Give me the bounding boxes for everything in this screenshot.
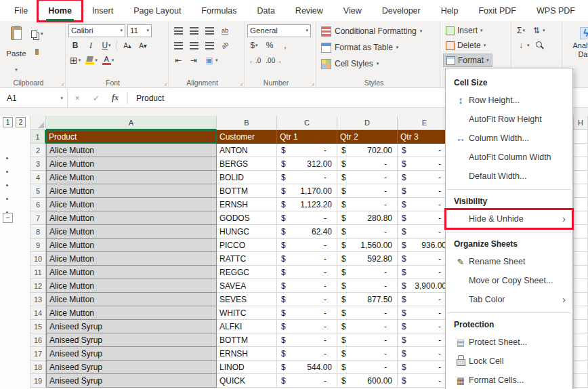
cell-A8[interactable]: Alice Mutton — [46, 225, 217, 239]
menu-item-tab-color[interactable]: Tab Color› — [446, 290, 572, 309]
cell-B5[interactable]: BOTTM — [217, 184, 277, 198]
cell-B7[interactable]: GODOS — [217, 211, 277, 225]
cell-E9[interactable]: $936.00 — [398, 239, 452, 252]
comma-style-button[interactable]: , — [278, 39, 292, 52]
cell-B14[interactable]: WHITC — [217, 306, 277, 320]
cell-E13[interactable]: $- — [398, 293, 452, 306]
cell-B17[interactable]: ERNSH — [217, 347, 277, 361]
select-all-button[interactable] — [30, 116, 46, 130]
borders-button[interactable]: ▾ — [68, 54, 82, 67]
cell-E7[interactable]: $- — [398, 211, 452, 225]
cell-E3[interactable]: $- — [398, 157, 452, 171]
cell-C15[interactable]: $- — [277, 320, 337, 333]
cell-E1[interactable]: Qtr 3 — [398, 130, 452, 144]
cell-E19[interactable]: $- — [398, 374, 452, 388]
cell-A4[interactable]: Alice Mutton — [46, 171, 217, 184]
cell[interactable] — [574, 320, 588, 333]
align-right-button[interactable] — [203, 39, 216, 52]
autosum-button[interactable]: Σ▾ — [514, 24, 528, 37]
cell-D10[interactable]: $592.80 — [337, 252, 398, 266]
cell-C1[interactable]: Qtr 1 — [277, 130, 337, 144]
menu-item-protect-sheet[interactable]: Protect Sheet... — [446, 333, 572, 352]
cell-D3[interactable]: $- — [337, 157, 398, 171]
cell-D14[interactable]: $- — [337, 306, 398, 320]
row-header-17[interactable]: 17 — [30, 347, 46, 361]
cell-C17[interactable]: $- — [277, 347, 337, 361]
cell[interactable] — [574, 130, 588, 144]
cell-A17[interactable]: Aniseed Syrup — [46, 347, 217, 361]
align-top-button[interactable] — [171, 24, 185, 37]
cell-A12[interactable]: Alice Mutton — [46, 279, 217, 293]
cell[interactable] — [574, 306, 588, 320]
cell-C10[interactable]: $- — [277, 252, 337, 266]
cell-B9[interactable]: PICCO — [217, 239, 277, 252]
insert-function-button[interactable]: fx — [106, 93, 125, 103]
row-header-12[interactable]: 12 — [30, 279, 46, 293]
column-header-C[interactable]: C — [277, 116, 337, 130]
cell[interactable] — [574, 293, 588, 306]
format-as-table-button[interactable]: Format as Table ▾ — [319, 39, 437, 56]
increase-indent-button[interactable] — [187, 54, 201, 67]
row-header-1[interactable]: 1 — [30, 130, 46, 144]
cell-A18[interactable]: Aniseed Syrup — [46, 361, 217, 374]
outline-collapse-button[interactable]: − — [3, 213, 13, 223]
cell-C12[interactable]: $- — [277, 279, 337, 293]
format-button[interactable]: Format ▾ — [443, 54, 492, 67]
cell-B11[interactable]: REGGC — [217, 266, 277, 279]
cell[interactable] — [574, 198, 588, 211]
accounting-format-button[interactable]: $▾ — [247, 39, 261, 52]
menu-item-autofit-column-width[interactable]: AutoFit Column Width — [446, 148, 572, 167]
cell-E12[interactable]: $3,900.00 — [398, 279, 452, 293]
align-bottom-button[interactable] — [203, 24, 216, 37]
tab-foxit-pdf[interactable]: Foxit PDF — [468, 0, 526, 21]
font-color-button[interactable]: ▾ — [101, 54, 116, 67]
cell-E18[interactable]: $- — [398, 361, 452, 374]
fill-button[interactable]: ▾ — [514, 39, 531, 52]
column-header-E[interactable]: E — [398, 116, 452, 130]
cell-D2[interactable]: $702.00 — [337, 144, 398, 157]
cell-E15[interactable]: $- — [398, 320, 452, 333]
find-select-button[interactable] — [533, 39, 547, 52]
fill-color-button[interactable]: ▾ — [84, 54, 99, 67]
font-size-select[interactable]: 11▾ — [127, 24, 152, 37]
tab-help[interactable]: Help — [431, 0, 469, 21]
cell-D18[interactable]: $- — [337, 361, 398, 374]
decrease-indent-button[interactable] — [171, 54, 185, 67]
merge-center-button[interactable]: ▾ — [203, 54, 219, 67]
delete-cells-button[interactable]: Delete ▾ — [443, 39, 488, 52]
cell-B18[interactable]: LINOD — [217, 361, 277, 374]
cell-C2[interactable]: $- — [277, 144, 337, 157]
cell[interactable] — [574, 225, 588, 239]
row-header-16[interactable]: 16 — [30, 333, 46, 347]
decrease-font-button[interactable]: A▾ — [136, 39, 150, 52]
cell[interactable] — [574, 374, 588, 388]
cell-B4[interactable]: BOLID — [217, 171, 277, 184]
tab-data[interactable]: Data — [247, 0, 285, 21]
tab-view[interactable]: View — [333, 0, 372, 21]
cell-A2[interactable]: Alice Mutton — [46, 144, 217, 157]
cell[interactable] — [574, 211, 588, 225]
analyze-data-button[interactable]: Analyze Data — [565, 23, 588, 58]
cell-D11[interactable]: $- — [337, 266, 398, 279]
wrap-text-button[interactable] — [218, 24, 232, 37]
cell-E11[interactable]: $- — [398, 266, 452, 279]
cell-B6[interactable]: ERNSH — [217, 198, 277, 211]
orientation-button[interactable] — [218, 39, 232, 52]
format-painter-button[interactable] — [30, 45, 45, 58]
cell[interactable] — [574, 239, 588, 252]
menu-item-autofit-row-height[interactable]: AutoFit Row Height — [446, 110, 572, 129]
cell-D7[interactable]: $280.80 — [337, 211, 398, 225]
dialog-launcher-icon[interactable]: ⌟ — [164, 79, 167, 86]
cell-E16[interactable]: $- — [398, 333, 452, 347]
row-header-9[interactable]: 9 — [30, 239, 46, 252]
cell-A1[interactable]: Product — [46, 130, 217, 144]
dialog-launcher-icon[interactable]: ⌟ — [312, 79, 314, 86]
cell[interactable] — [574, 266, 588, 279]
copy-button[interactable]: ▾ — [30, 27, 45, 41]
row-header-18[interactable]: 18 — [30, 361, 46, 374]
paste-button[interactable]: Paste ▾ — [3, 23, 30, 75]
sort-filter-button[interactable]: ▾ — [530, 24, 547, 37]
cell-C18[interactable]: $544.00 — [277, 361, 337, 374]
cell-D9[interactable]: $1,560.00 — [337, 239, 398, 252]
formula-content[interactable]: Product — [131, 94, 164, 103]
